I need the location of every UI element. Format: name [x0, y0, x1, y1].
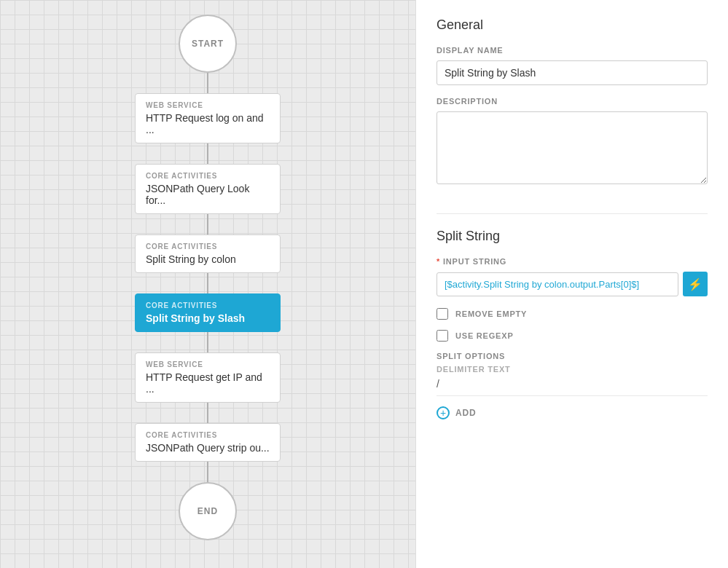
connector: [207, 214, 208, 234]
use-regexp-row: USE REGEXP: [437, 330, 708, 342]
use-regexp-label: USE REGEXP: [455, 331, 514, 340]
connector: [207, 403, 208, 423]
input-string-row: ⚡: [437, 272, 708, 296]
end-label: END: [197, 506, 218, 516]
lightning-icon: ⚡: [688, 277, 702, 291]
node-category: WEB SERVICE: [146, 360, 270, 368]
node-jsonpath-2[interactable]: CORE ACTIVITIES JSONPath Query strip ou.…: [135, 423, 281, 462]
add-label: ADD: [455, 408, 476, 418]
node-category: CORE ACTIVITIES: [146, 431, 270, 439]
remove-empty-checkbox[interactable]: [437, 308, 448, 320]
node-category: WEB SERVICE: [146, 101, 270, 109]
node-web-service-1[interactable]: WEB SERVICE HTTP Request log on and ...: [135, 93, 281, 143]
remove-empty-label: REMOVE EMPTY: [455, 309, 527, 318]
node-split-colon[interactable]: CORE ACTIVITIES Split String by colon: [135, 234, 281, 273]
node-title: JSONPath Query strip ou...: [146, 442, 270, 454]
node-title: HTTP Request get IP and ...: [146, 371, 270, 395]
end-node[interactable]: END: [179, 482, 237, 540]
node-jsonpath-1[interactable]: CORE ACTIVITIES JSONPath Query Look for.…: [135, 164, 281, 214]
properties-panel: General DISPLAY NAME DESCRIPTION Split S…: [415, 0, 728, 568]
connector: [207, 273, 208, 293]
node-category: CORE ACTIVITIES: [146, 172, 270, 180]
node-title: HTTP Request log on and ...: [146, 112, 270, 135]
general-section-title: General: [437, 17, 708, 33]
start-label: START: [192, 39, 224, 49]
node-title: JSONPath Query Look for...: [146, 183, 270, 206]
split-options-title: SPLIT OPTIONS: [437, 352, 708, 360]
workflow-canvas: START WEB SERVICE HTTP Request log on an…: [0, 0, 415, 568]
node-web-service-2[interactable]: WEB SERVICE HTTP Request get IP and ...: [135, 352, 281, 403]
delimiter-label: DELIMITER TEXT: [437, 365, 708, 374]
add-row[interactable]: + ADD: [437, 406, 708, 419]
description-label: DESCRIPTION: [437, 97, 708, 106]
node-title: Split String by colon: [146, 253, 270, 265]
description-input[interactable]: [437, 111, 708, 184]
plus-symbol: +: [440, 408, 446, 418]
node-category: CORE ACTIVITIES: [146, 242, 270, 251]
lightning-button[interactable]: ⚡: [683, 272, 708, 296]
remove-empty-row: REMOVE EMPTY: [437, 308, 708, 320]
connector: [207, 73, 208, 93]
general-section: General DISPLAY NAME DESCRIPTION: [437, 17, 708, 199]
add-icon: +: [437, 406, 450, 419]
use-regexp-checkbox[interactable]: [437, 330, 448, 342]
connector: [207, 143, 208, 164]
display-name-input[interactable]: [437, 60, 708, 85]
node-split-slash[interactable]: CORE ACTIVITIES Split String by Slash: [135, 293, 281, 332]
input-string-label: INPUT STRING: [437, 257, 708, 266]
split-string-section-title: Split String: [437, 229, 708, 244]
node-title: Split String by Slash: [146, 312, 270, 324]
delimiter-value: /: [437, 378, 708, 396]
connector: [207, 332, 208, 352]
workflow-nodes: START WEB SERVICE HTTP Request log on an…: [0, 15, 415, 540]
split-string-section: Split String INPUT STRING ⚡ REMOVE EMPTY…: [437, 229, 708, 419]
connector: [207, 462, 208, 482]
input-string-field[interactable]: [437, 272, 678, 296]
section-divider: [437, 213, 708, 214]
display-name-label: DISPLAY NAME: [437, 46, 708, 55]
start-node[interactable]: START: [179, 15, 237, 73]
node-category: CORE ACTIVITIES: [146, 301, 270, 309]
